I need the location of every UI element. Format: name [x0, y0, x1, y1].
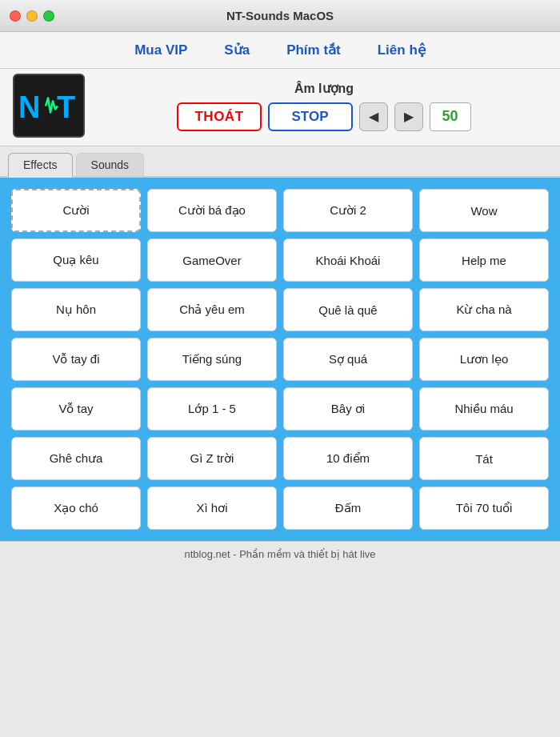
menu-sua[interactable]: Sửa	[218, 38, 256, 62]
volume-up-button[interactable]: ▶	[394, 102, 423, 131]
effect-btn-vo-tay-di[interactable]: Vỗ tay đi	[11, 338, 141, 381]
footer-text: ntblog.net - Phần mềm và thiết bị hát li…	[185, 548, 376, 560]
arrow-left-icon: ◀	[369, 109, 378, 124]
effect-btn-nu-hon[interactable]: Nụ hôn	[11, 288, 141, 331]
tab-effects[interactable]: Effects	[8, 153, 73, 178]
effect-btn-khoai-khoai[interactable]: Khoái Khoái	[283, 238, 413, 282]
volume-value: 50	[430, 102, 471, 131]
window-controls	[10, 10, 54, 22]
app-logo: N T	[13, 74, 85, 138]
exit-button[interactable]: THOÁT	[177, 102, 261, 131]
effect-btn-cha-yeu-em[interactable]: Chả yêu em	[147, 288, 277, 331]
volume-down-button[interactable]: ◀	[359, 102, 388, 131]
effect-btn-ghe-chua[interactable]: Ghê chưa	[11, 437, 141, 480]
menubar: Mua VIP Sửa Phím tắt Liên hệ	[0, 32, 560, 69]
stop-button[interactable]: STOP	[268, 102, 353, 131]
minimize-button[interactable]	[26, 10, 38, 22]
effect-btn-nhieu-mau[interactable]: Nhiều máu	[419, 387, 549, 431]
close-button[interactable]	[10, 10, 21, 22]
effect-btn-qua-keu[interactable]: Quạ kêu	[11, 238, 141, 282]
tab-sounds[interactable]: Sounds	[76, 153, 144, 176]
menu-phim-tat[interactable]: Phím tắt	[280, 38, 347, 62]
tabs-bar: Effects Sounds	[0, 146, 560, 178]
titlebar: NT-Sounds MacOS	[0, 0, 560, 32]
svg-text:T: T	[57, 90, 75, 124]
effect-btn-wow[interactable]: Wow	[419, 189, 549, 232]
effect-btn-cuoi-2[interactable]: Cười 2	[283, 189, 413, 232]
header: N T Âm lượng THOÁT STOP ◀ ▶ 50	[0, 69, 560, 146]
effect-btn-xao-cho[interactable]: Xạo chó	[11, 487, 141, 530]
effect-btn-tieng-sung[interactable]: Tiếng súng	[147, 338, 277, 381]
volume-label: Âm lượng	[294, 81, 354, 96]
effect-btn-ku-cha-na[interactable]: Kừ cha nà	[419, 288, 549, 331]
effect-btn-vo-tay[interactable]: Vỗ tay	[11, 387, 141, 431]
menu-mua-vip[interactable]: Mua VIP	[128, 39, 194, 62]
effect-btn-que-la-que[interactable]: Quê là quê	[283, 288, 413, 331]
effect-btn-bay-oi[interactable]: Bây ơi	[283, 387, 413, 431]
effect-btn-luon-leo[interactable]: Lươn lẹo	[419, 338, 549, 381]
menu-lien-he[interactable]: Liên hệ	[371, 38, 432, 62]
effect-btn-gi-z-troi[interactable]: Gì Z trời	[147, 437, 277, 480]
svg-text:N: N	[18, 90, 40, 124]
effects-grid: CườiCười bá đạoCười 2WowQuạ kêuGameOverK…	[8, 186, 552, 533]
effect-btn-cuoi-ba-dao[interactable]: Cười bá đạo	[147, 189, 277, 232]
effect-btn-toi-70-tuoi[interactable]: Tôi 70 tuổi	[419, 487, 549, 530]
effect-btn-dam[interactable]: Đấm	[283, 487, 413, 530]
footer: ntblog.net - Phần mềm và thiết bị hát li…	[0, 541, 560, 567]
effects-area: CườiCười bá đạoCười 2WowQuạ kêuGameOverK…	[0, 178, 560, 541]
effect-btn-tat[interactable]: Tát	[419, 437, 549, 480]
effect-btn-xi-hoi[interactable]: Xì hơi	[147, 487, 277, 530]
controls-row: THOÁT STOP ◀ ▶ 50	[177, 102, 470, 131]
maximize-button[interactable]	[43, 10, 54, 22]
arrow-right-icon: ▶	[404, 109, 414, 124]
effect-btn-lop-1-5[interactable]: Lớp 1 - 5	[147, 387, 277, 431]
effect-btn-gameover[interactable]: GameOver	[147, 238, 277, 282]
effect-btn-help-me[interactable]: Help me	[419, 238, 549, 282]
window-title: NT-Sounds MacOS	[226, 9, 334, 22]
effect-btn-so-qua[interactable]: Sợ quá	[283, 338, 413, 381]
effect-btn-10-diem[interactable]: 10 điểm	[283, 437, 413, 480]
effect-btn-cuoi[interactable]: Cười	[11, 189, 141, 232]
header-controls: Âm lượng THOÁT STOP ◀ ▶ 50	[101, 81, 547, 131]
